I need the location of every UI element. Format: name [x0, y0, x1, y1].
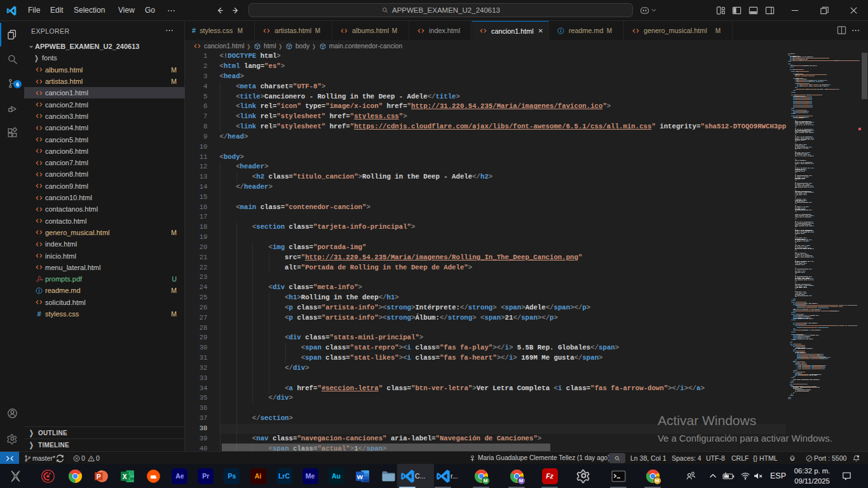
svg-text:X: X: [123, 473, 127, 480]
svg-text:W: W: [356, 473, 363, 480]
svg-text:P: P: [97, 473, 101, 480]
